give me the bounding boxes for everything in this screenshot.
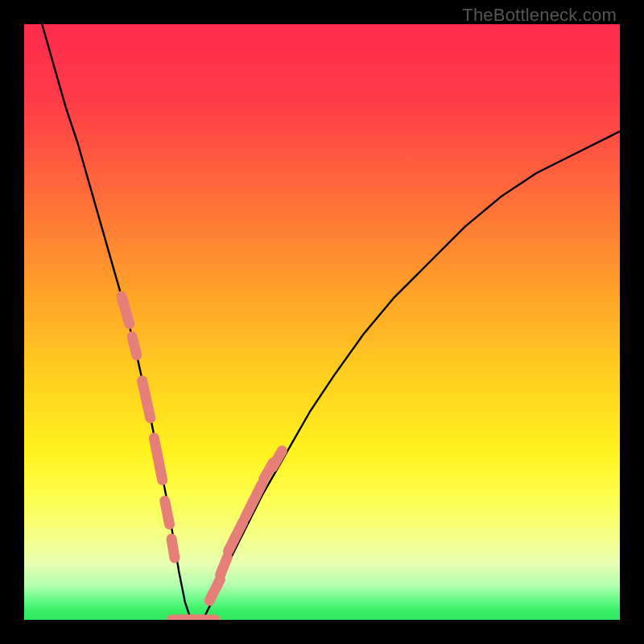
data-marker [221,557,228,575]
watermark-text: TheBottleneck.com [462,5,617,26]
data-marker [209,580,220,601]
data-marker [228,522,243,551]
data-marker [165,501,170,524]
data-marker [154,438,162,480]
curve-layer [24,24,620,620]
data-marker [132,336,137,355]
chart-frame: TheBottleneck.com [0,0,644,644]
data-marker [171,539,175,558]
plot-area [24,24,620,620]
data-marker [142,381,151,418]
data-marker [122,296,130,324]
